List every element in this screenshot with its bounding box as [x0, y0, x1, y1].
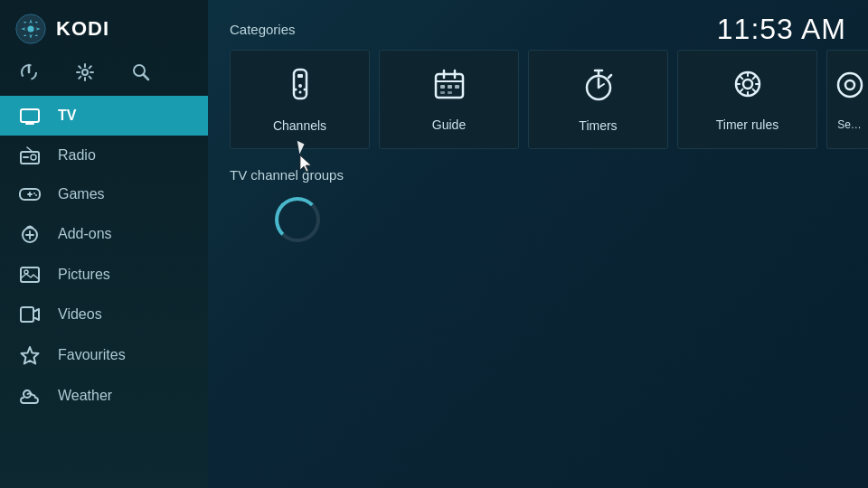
- category-card-timers[interactable]: Timers: [528, 50, 668, 149]
- loading-spinner-container: [230, 197, 846, 242]
- sidebar-item-radio[interactable]: Radio: [0, 136, 208, 175]
- svg-rect-45: [455, 85, 459, 89]
- pictures-label: Pictures: [58, 267, 110, 283]
- svg-point-57: [845, 80, 854, 89]
- svg-rect-43: [440, 85, 445, 89]
- games-label: Games: [58, 186, 105, 202]
- svg-point-9: [27, 25, 33, 32]
- sidebar-action-icons: [0, 54, 208, 96]
- svg-rect-29: [21, 267, 39, 282]
- search-button[interactable]: [127, 58, 156, 87]
- svg-rect-47: [448, 91, 452, 94]
- svg-rect-31: [21, 307, 33, 322]
- category-card-settings-partial[interactable]: Se…: [826, 50, 868, 149]
- sidebar-item-videos[interactable]: Videos: [0, 295, 208, 334]
- timers-label: Timers: [579, 118, 617, 133]
- settings-button[interactable]: [71, 58, 99, 87]
- pictures-icon: [18, 266, 42, 284]
- sidebar-nav: TV Radio: [0, 96, 208, 488]
- weather-label: Weather: [58, 388, 112, 404]
- favourites-icon: [18, 345, 42, 365]
- svg-point-12: [82, 70, 88, 75]
- svg-point-56: [838, 73, 862, 97]
- tv-icon: [18, 107, 42, 125]
- sidebar-item-pictures[interactable]: Pictures: [0, 255, 208, 295]
- channel-groups-heading: TV channel groups: [230, 167, 846, 183]
- svg-line-53: [609, 75, 611, 78]
- svg-rect-46: [440, 91, 445, 94]
- clock: 11:53 AM: [717, 13, 846, 46]
- addons-label: Add-ons: [58, 226, 112, 242]
- app-name: KODI: [56, 17, 109, 41]
- category-card-timer-rules[interactable]: Timer rules: [677, 50, 817, 149]
- games-icon: [18, 186, 42, 202]
- svg-point-36: [298, 91, 301, 94]
- sidebar-item-tv[interactable]: TV: [0, 96, 208, 136]
- loading-spinner: [275, 197, 320, 242]
- radio-label: Radio: [58, 147, 96, 164]
- svg-point-25: [35, 194, 37, 196]
- kodi-logo-icon: [14, 13, 47, 45]
- sidebar-item-add-ons[interactable]: Add-ons: [0, 213, 208, 255]
- category-cards: Channels Guide: [230, 50, 846, 149]
- svg-point-35: [298, 84, 302, 88]
- main-content: 11:53 AM Categories Channels: [208, 0, 868, 488]
- weather-icon: [18, 387, 42, 405]
- channels-label: Channels: [273, 118, 326, 133]
- guide-icon: [432, 67, 467, 108]
- category-card-channels[interactable]: Channels: [230, 50, 370, 149]
- channels-icon: [282, 66, 318, 109]
- category-card-guide[interactable]: Guide: [379, 50, 519, 149]
- favourites-label: Favourites: [58, 347, 126, 363]
- power-button[interactable]: [14, 58, 43, 87]
- timers-icon: [581, 66, 616, 109]
- sidebar-item-favourites[interactable]: Favourites: [0, 334, 208, 376]
- timer-rules-icon: [731, 67, 765, 108]
- tv-label: TV: [58, 108, 76, 124]
- timer-rules-label: Timer rules: [716, 117, 779, 132]
- sidebar-header: KODI: [0, 0, 208, 54]
- settings-partial-label: Se…: [837, 118, 862, 131]
- svg-point-38: [303, 89, 306, 91]
- videos-icon: [18, 305, 42, 324]
- svg-point-55: [743, 80, 752, 89]
- sidebar-item-games[interactable]: Games: [0, 175, 208, 213]
- svg-rect-34: [297, 74, 303, 78]
- svg-line-14: [144, 75, 149, 80]
- guide-label: Guide: [432, 117, 466, 132]
- settings-partial-icon: [833, 68, 867, 109]
- sidebar-item-weather[interactable]: Weather: [0, 376, 208, 416]
- svg-point-37: [294, 89, 297, 91]
- svg-point-18: [31, 155, 36, 160]
- videos-label: Videos: [58, 306, 102, 323]
- radio-icon: [18, 146, 42, 164]
- svg-point-24: [33, 192, 35, 194]
- sidebar: KODI: [0, 0, 208, 488]
- svg-rect-15: [21, 109, 39, 122]
- svg-rect-44: [448, 85, 452, 89]
- addons-icon: [18, 224, 42, 244]
